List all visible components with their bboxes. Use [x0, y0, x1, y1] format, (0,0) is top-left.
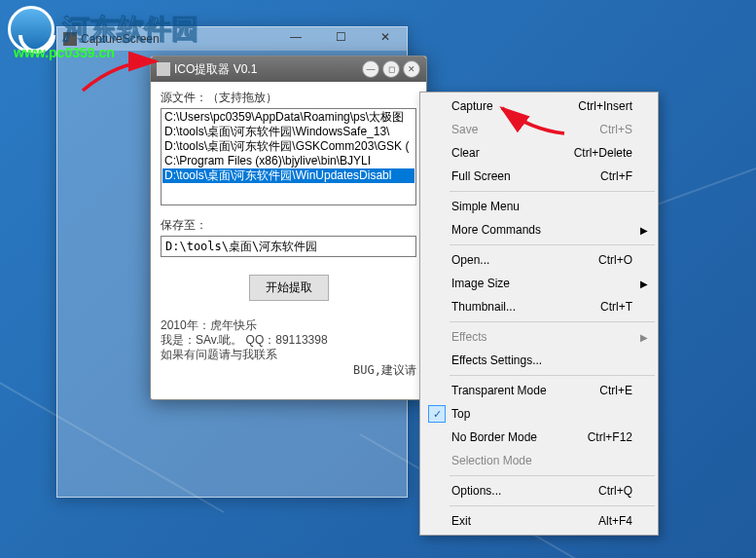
chevron-right-icon: ▶	[640, 225, 648, 236]
menu-shortcut: Ctrl+O	[598, 253, 632, 267]
menu-label: Simple Menu	[451, 200, 520, 213]
capture-minimize-button[interactable]: —	[273, 26, 318, 48]
ico-extractor-window[interactable]: ICO提取器 V0.1 ― ◻ ✕ 源文件：（支持拖放） C:\Users\pc…	[150, 56, 427, 400]
menu-item-capture[interactable]: CaptureCtrl+Insert	[422, 94, 656, 118]
menu-label: Open...	[451, 253, 489, 267]
menu-shortcut: Ctrl+T	[600, 300, 632, 314]
menu-label: More Commands	[451, 223, 541, 237]
menu-item-open[interactable]: Open...Ctrl+O	[422, 248, 656, 272]
ico-titlebar[interactable]: ICO提取器 V0.1 ― ◻ ✕	[151, 56, 426, 82]
check-icon: ✓	[428, 405, 446, 423]
menu-item-full-screen[interactable]: Full ScreenCtrl+F	[422, 165, 656, 188]
menu-label: Effects	[451, 330, 486, 344]
file-item[interactable]: D:\tools\桌面\河东软件园\GSKComm203\GSK (	[162, 139, 414, 154]
ico-maximize-button[interactable]: ◻	[382, 60, 400, 78]
watermark: 河东软件园 www.pc0359.cn	[8, 6, 198, 53]
menu-item-selection-mode: Selection Mode	[422, 449, 656, 472]
menu-label: Selection Mode	[451, 454, 532, 467]
menu-item-exit[interactable]: ExitAlt+F4	[422, 509, 656, 533]
menu-label: Top	[451, 407, 470, 421]
menu-label: Options...	[451, 484, 501, 498]
menu-item-no-border-mode[interactable]: No Border ModeCtrl+F12	[422, 426, 656, 449]
menu-shortcut: Ctrl+S	[599, 123, 632, 136]
file-item[interactable]: C:\Program Files (x86)\bjylive\bin\BJYLI	[162, 154, 414, 168]
menu-label: Thumbnail...	[451, 300, 516, 314]
file-item[interactable]: D:\tools\桌面\河东软件园\WindowsSafe_13\	[162, 125, 414, 139]
menu-separator	[450, 505, 655, 506]
menu-item-thumbnail[interactable]: Thumbnail...Ctrl+T	[422, 295, 656, 318]
menu-shortcut: Ctrl+Q	[598, 484, 632, 498]
menu-shortcut: Ctrl+Delete	[574, 146, 632, 160]
source-files-listbox[interactable]: C:\Users\pc0359\AppData\Roaming\ps\太极图 D…	[161, 108, 416, 205]
capture-maximize-button[interactable]: ☐	[318, 26, 363, 48]
menu-label: Capture	[451, 99, 493, 113]
bug-report-text: BUG,建议请	[161, 362, 416, 379]
watermark-url: www.pc0359.cn	[14, 45, 115, 60]
menu-label: Full Screen	[451, 169, 511, 183]
footer-text: 2010年：虎年快乐 我是：SAv.呲。 QQ：89113398 如果有问题请与…	[161, 318, 416, 362]
menu-item-options[interactable]: Options...Ctrl+Q	[422, 479, 656, 502]
menu-shortcut: Alt+F4	[598, 514, 632, 528]
chevron-right-icon: ▶	[640, 279, 648, 289]
file-item-selected[interactable]: D:\tools\桌面\河东软件园\WinUpdatesDisabl	[162, 168, 414, 183]
start-extract-button[interactable]: 开始提取	[249, 275, 329, 301]
menu-label: No Border Mode	[451, 430, 537, 444]
menu-label: Effects Settings...	[451, 353, 542, 367]
menu-item-image-size[interactable]: Image Size▶	[422, 272, 656, 295]
menu-separator	[450, 475, 655, 476]
menu-item-transparent-mode[interactable]: Transparent ModeCtrl+E	[422, 379, 656, 402]
menu-item-simple-menu[interactable]: Simple Menu	[422, 195, 656, 218]
menu-item-clear[interactable]: ClearCtrl+Delete	[422, 141, 656, 165]
menu-label: Save	[451, 123, 478, 136]
save-to-label: 保存至：	[161, 217, 416, 234]
menu-shortcut: Ctrl+E	[599, 384, 632, 397]
menu-shortcut: Ctrl+F12	[588, 430, 632, 444]
menu-label: Image Size	[451, 277, 510, 290]
watermark-text: 河东软件园	[62, 11, 198, 48]
menu-item-effects: Effects▶	[422, 325, 656, 349]
chevron-right-icon: ▶	[640, 332, 648, 343]
menu-separator	[450, 244, 655, 245]
menu-item-top[interactable]: ✓Top	[422, 402, 656, 426]
capture-close-button[interactable]: ✕	[363, 26, 408, 48]
ico-close-button[interactable]: ✕	[403, 60, 420, 78]
ico-title: ICO提取器 V0.1	[174, 61, 257, 78]
menu-separator	[450, 321, 655, 322]
menu-shortcut: Ctrl+Insert	[578, 99, 632, 113]
menu-label: Exit	[451, 514, 471, 528]
menu-item-more-commands[interactable]: More Commands▶	[422, 218, 656, 242]
file-item[interactable]: C:\Users\pc0359\AppData\Roaming\ps\太极图	[162, 110, 414, 125]
menu-item-save: SaveCtrl+S	[422, 118, 656, 141]
menu-label: Clear	[451, 146, 480, 160]
menu-separator	[450, 191, 655, 192]
menu-shortcut: Ctrl+F	[600, 169, 632, 183]
ico-minimize-button[interactable]: ―	[362, 60, 379, 78]
save-path-input[interactable]	[161, 236, 416, 257]
menu-label: Transparent Mode	[451, 384, 547, 397]
menu-item-effects-settings[interactable]: Effects Settings...	[422, 349, 656, 372]
context-menu[interactable]: CaptureCtrl+InsertSaveCtrl+SClearCtrl+De…	[419, 92, 659, 536]
ico-app-icon	[157, 62, 170, 76]
source-files-label: 源文件：（支持拖放）	[161, 90, 416, 106]
menu-separator	[450, 375, 655, 376]
